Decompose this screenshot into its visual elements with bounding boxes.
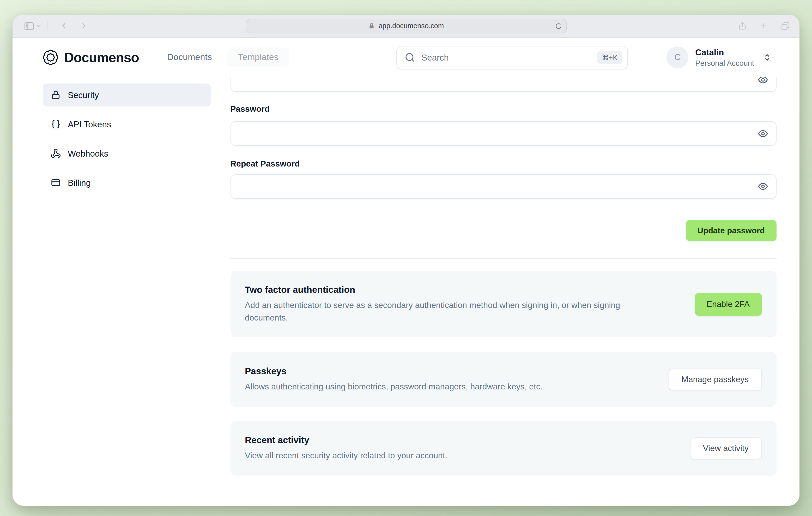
sidebar-toggle-icon[interactable] — [23, 20, 35, 32]
desktop-background: app.documenso.com — [0, 0, 812, 516]
recent-activity-title: Recent activity — [245, 435, 677, 446]
sidebar-item-api-tokens[interactable]: API Tokens — [43, 113, 211, 136]
chevrons-up-down-icon — [763, 53, 771, 62]
two-factor-card: Two factor authentication Add an authent… — [230, 271, 776, 337]
nav-templates[interactable]: Templates — [228, 48, 289, 67]
back-icon[interactable] — [59, 21, 69, 31]
repeat-password-input[interactable] — [231, 174, 776, 198]
passkeys-title: Passkeys — [245, 366, 656, 377]
brand-name: Documenso — [64, 49, 139, 65]
settings-sidebar: Security API Tokens Webhooks Billing — [43, 83, 211, 194]
recent-activity-card: Recent activity View all recent security… — [230, 421, 776, 476]
current-password-field — [230, 77, 776, 92]
sidebar-item-billing[interactable]: Billing — [43, 171, 211, 194]
account-type: Personal Account — [695, 59, 754, 67]
tls-lock-icon — [368, 23, 375, 29]
password-field — [230, 121, 776, 146]
app-header: Documenso Documents Templates Search ⌘+K… — [12, 37, 800, 77]
avatar: C — [667, 47, 688, 69]
toolbar-separator — [47, 21, 48, 31]
address-bar[interactable]: app.documenso.com — [245, 19, 567, 33]
webhook-icon — [51, 148, 61, 159]
recent-activity-description: View all recent security activity relate… — [245, 450, 662, 462]
browser-window: app.documenso.com — [12, 15, 800, 506]
search-icon — [405, 52, 415, 63]
tabs-icon[interactable] — [781, 21, 790, 30]
current-password-input[interactable] — [231, 77, 776, 91]
sidebar-item-label: API Tokens — [68, 119, 111, 129]
security-content: Password Repeat Password Update password — [230, 77, 776, 506]
braces-icon — [51, 119, 61, 130]
new-tab-icon[interactable] — [759, 21, 768, 30]
search-placeholder: Search — [422, 52, 590, 62]
enable-2fa-button[interactable]: Enable 2FA — [695, 293, 762, 316]
sidebar-item-security[interactable]: Security — [43, 83, 211, 107]
address-url: app.documenso.com — [379, 22, 444, 30]
lock-icon — [51, 90, 61, 100]
forward-icon[interactable] — [79, 21, 89, 31]
sidebar-chevron-down-icon[interactable] — [36, 23, 42, 29]
main-nav: Documents Templates — [167, 48, 289, 67]
search-input[interactable]: Search ⌘+K — [396, 46, 628, 69]
nav-documents[interactable]: Documents — [167, 52, 212, 63]
browser-toolbar: app.documenso.com — [12, 15, 800, 37]
account-name: Catalin — [695, 48, 754, 58]
manage-passkeys-button[interactable]: Manage passkeys — [668, 368, 762, 390]
settings-page: Security API Tokens Webhooks Billing — [12, 77, 800, 506]
search-shortcut-badge: ⌘+K — [597, 51, 622, 64]
brand-logo[interactable]: Documenso — [42, 49, 139, 66]
share-icon[interactable] — [738, 21, 747, 31]
passkeys-card: Passkeys Allows authenticating using bio… — [230, 352, 776, 407]
eye-icon[interactable] — [757, 77, 768, 85]
passkeys-description: Allows authenticating using biometrics, … — [245, 381, 656, 393]
password-input[interactable] — [231, 121, 776, 145]
eye-icon[interactable] — [757, 181, 768, 192]
account-menu[interactable]: C Catalin Personal Account — [667, 47, 771, 69]
update-password-button[interactable]: Update password — [686, 220, 776, 241]
sidebar-item-label: Billing — [68, 178, 91, 188]
sidebar-item-label: Security — [68, 90, 99, 100]
reload-icon[interactable] — [555, 22, 562, 29]
view-activity-button[interactable]: View activity — [690, 437, 762, 459]
two-factor-title: Two factor authentication — [245, 284, 682, 295]
section-divider — [230, 258, 776, 259]
repeat-password-field — [230, 174, 776, 199]
sidebar-item-label: Webhooks — [68, 148, 108, 158]
credit-card-icon — [51, 178, 61, 188]
eye-icon[interactable] — [757, 128, 768, 139]
documenso-logo-icon — [42, 49, 59, 66]
sidebar-item-webhooks[interactable]: Webhooks — [43, 142, 211, 165]
two-factor-description: Add an authenticator to serve as a secon… — [245, 299, 662, 324]
repeat-password-label: Repeat Password — [230, 159, 300, 169]
password-label: Password — [230, 104, 270, 114]
